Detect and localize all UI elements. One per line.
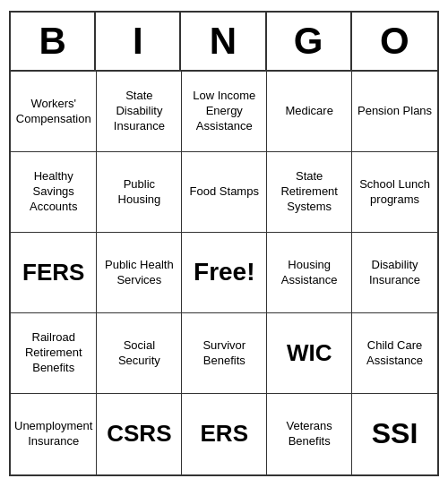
bingo-letter-b: B	[11, 13, 96, 70]
bingo-cell-11: Public Health Services	[97, 233, 182, 313]
bingo-letter-o: O	[352, 13, 437, 70]
bingo-cell-4: Pension Plans	[352, 72, 437, 152]
bingo-cell-9: School Lunch programs	[352, 152, 437, 233]
bingo-cell-13: Housing Assistance	[267, 233, 352, 313]
bingo-cell-2: Low Income Energy Assistance	[182, 72, 267, 152]
bingo-cell-8: State Retirement Systems	[267, 152, 352, 233]
bingo-cell-19: Child Care Assistance	[352, 313, 437, 394]
bingo-cell-21: CSRS	[97, 394, 182, 474]
bingo-cell-5: Healthy Savings Accounts	[11, 152, 97, 233]
bingo-cell-22: ERS	[182, 394, 267, 474]
bingo-cell-10: FERS	[11, 233, 97, 313]
bingo-cell-3: Medicare	[267, 72, 352, 152]
bingo-cell-15: Railroad Retirement Benefits	[11, 313, 97, 394]
bingo-cell-20: Unemployment Insurance	[11, 394, 97, 474]
bingo-cell-7: Food Stamps	[182, 152, 267, 233]
bingo-cell-18: WIC	[267, 313, 352, 394]
bingo-card: BINGO Workers' CompensationState Disabil…	[9, 11, 439, 476]
bingo-cell-16: Social Security	[97, 313, 182, 394]
bingo-header: BINGO	[11, 13, 437, 72]
bingo-letter-g: G	[267, 13, 352, 70]
bingo-grid: Workers' CompensationState Disability In…	[11, 72, 437, 474]
bingo-cell-6: Public Housing	[97, 152, 182, 233]
bingo-letter-n: N	[181, 13, 266, 70]
bingo-cell-12: Free!	[182, 233, 267, 313]
bingo-cell-0: Workers' Compensation	[11, 72, 97, 152]
bingo-cell-17: Survivor Benefits	[182, 313, 267, 394]
bingo-cell-1: State Disability Insurance	[97, 72, 182, 152]
bingo-cell-24: SSI	[352, 394, 437, 474]
bingo-cell-23: Veterans Benefits	[267, 394, 352, 474]
bingo-cell-14: Disability Insurance	[352, 233, 437, 313]
bingo-letter-i: I	[96, 13, 181, 70]
